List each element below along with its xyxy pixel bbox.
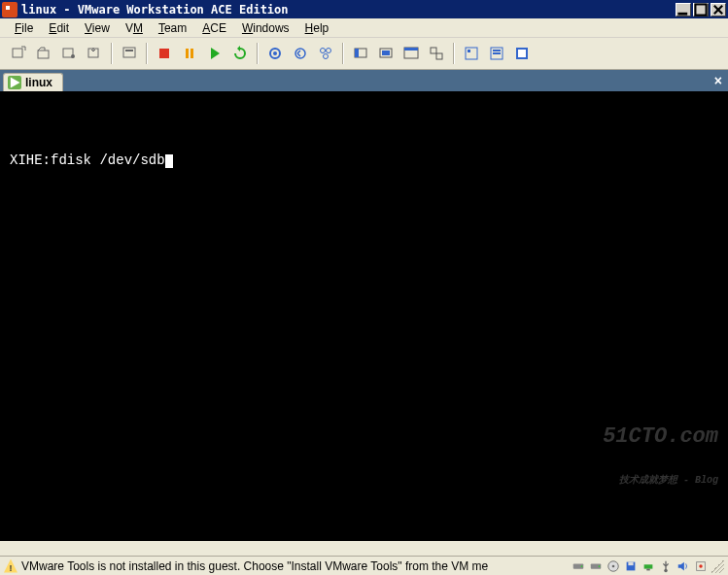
snapshot-manager-button[interactable] xyxy=(314,42,337,65)
svg-point-17 xyxy=(273,51,277,55)
svg-rect-10 xyxy=(125,50,133,51)
toolbar-separator xyxy=(342,43,344,64)
svg-rect-1 xyxy=(6,6,10,10)
statusbar: ! VMware Tools is not installed in this … xyxy=(0,556,728,575)
sound-icon[interactable] xyxy=(676,558,691,574)
svg-rect-27 xyxy=(404,48,418,51)
menu-edit[interactable]: Edit xyxy=(42,19,76,37)
device-tray xyxy=(571,558,724,574)
svg-point-18 xyxy=(295,49,305,58)
snapshot-button[interactable] xyxy=(263,42,287,65)
svg-point-21 xyxy=(324,54,329,59)
toolbar-separator xyxy=(146,43,148,64)
menu-windows[interactable]: Windows xyxy=(235,19,296,37)
svg-point-39 xyxy=(581,565,583,567)
vm-running-icon xyxy=(8,76,21,89)
tab-label: linux xyxy=(25,76,52,89)
appliance-view-button[interactable] xyxy=(485,42,508,65)
svg-rect-25 xyxy=(382,51,390,55)
svg-rect-47 xyxy=(646,568,650,570)
usb-icon[interactable] xyxy=(658,558,674,574)
hdd2-icon[interactable] xyxy=(588,558,604,574)
terminal-command: fdisk /dev/sdb xyxy=(51,152,165,168)
resize-grip[interactable] xyxy=(711,559,724,573)
svg-rect-9 xyxy=(123,48,135,57)
terminal-line: XIHE:fdisk /dev/sdb xyxy=(10,152,718,169)
menu-ace[interactable]: ACE xyxy=(195,19,233,37)
svg-marker-14 xyxy=(211,48,220,59)
guest-console[interactable]: XIHE:fdisk /dev/sdb 51CTO.com 技术成就梦想 - B… xyxy=(0,91,728,541)
svg-rect-33 xyxy=(493,50,501,51)
svg-rect-30 xyxy=(466,48,477,59)
svg-point-43 xyxy=(612,564,615,567)
menu-file[interactable]: File xyxy=(8,19,40,37)
svg-rect-13 xyxy=(191,49,193,58)
svg-rect-5 xyxy=(38,51,49,58)
maximize-button[interactable] xyxy=(693,3,709,17)
unity-button[interactable] xyxy=(425,42,448,65)
svg-point-41 xyxy=(599,565,601,567)
toolbar-separator xyxy=(453,43,455,64)
menubar: File Edit View VM Team ACE Windows Help xyxy=(0,18,728,38)
power-on-button[interactable] xyxy=(203,42,226,65)
show-console-button[interactable] xyxy=(349,42,372,65)
menu-help[interactable]: Help xyxy=(298,19,336,37)
vm-tab-strip: linux × xyxy=(0,70,728,91)
net-icon[interactable] xyxy=(641,558,656,574)
svg-point-48 xyxy=(664,568,668,572)
tab-close-button[interactable]: × xyxy=(714,73,722,88)
revert-button[interactable] xyxy=(289,42,312,65)
svg-rect-2 xyxy=(677,12,687,15)
terminal-prompt: XIHE: xyxy=(10,152,51,168)
quick-switch-button[interactable] xyxy=(374,42,398,65)
toolbar-separator xyxy=(111,43,113,64)
svg-point-51 xyxy=(699,564,703,568)
new-vm-icon[interactable] xyxy=(7,42,30,65)
svg-rect-46 xyxy=(644,564,653,568)
window-titlebar: linux - VMware Workstation ACE Edition xyxy=(0,0,728,18)
menu-view[interactable]: View xyxy=(78,19,117,37)
reset-button[interactable] xyxy=(228,42,252,65)
cd-icon[interactable] xyxy=(606,558,621,574)
svg-marker-37 xyxy=(11,77,20,87)
svg-rect-23 xyxy=(355,49,359,57)
tools-icon[interactable] xyxy=(693,558,709,574)
status-message: VMware Tools is not installed in this gu… xyxy=(21,559,567,573)
floppy-icon[interactable] xyxy=(623,558,639,574)
app-icon xyxy=(2,2,17,17)
power-off-button[interactable] xyxy=(153,42,176,65)
hdd-icon[interactable] xyxy=(571,558,586,574)
summary-view-button[interactable] xyxy=(460,42,483,65)
menu-vm[interactable]: VM xyxy=(119,19,150,37)
full-screen-button[interactable] xyxy=(399,42,423,65)
svg-rect-34 xyxy=(493,52,501,54)
svg-rect-4 xyxy=(13,49,22,57)
toolbar xyxy=(0,38,728,70)
console-view-button[interactable] xyxy=(510,42,534,65)
close-button[interactable] xyxy=(711,3,726,17)
svg-rect-29 xyxy=(436,53,442,59)
svg-rect-28 xyxy=(431,48,436,53)
svg-rect-11 xyxy=(159,49,169,58)
acquire-icon[interactable] xyxy=(83,42,106,65)
minimize-button[interactable] xyxy=(676,3,691,17)
inventory-icon[interactable] xyxy=(118,42,141,65)
suspend-button[interactable] xyxy=(178,42,201,65)
svg-point-20 xyxy=(327,49,331,53)
svg-point-19 xyxy=(321,49,326,53)
svg-rect-31 xyxy=(468,50,470,52)
vm-tab-linux[interactable]: linux xyxy=(3,73,63,91)
window-title: linux - VMware Workstation ACE Edition xyxy=(21,3,676,17)
terminal-cursor xyxy=(165,154,173,168)
svg-rect-45 xyxy=(628,561,633,565)
svg-point-7 xyxy=(71,54,75,58)
connect-icon[interactable] xyxy=(57,42,81,65)
watermark: 51CTO.com 技术成就梦想 - Blog xyxy=(551,400,718,535)
svg-marker-15 xyxy=(237,46,240,51)
menu-team[interactable]: Team xyxy=(152,19,193,37)
window-controls xyxy=(676,3,726,17)
svg-marker-49 xyxy=(678,561,684,570)
warning-icon: ! xyxy=(4,559,17,573)
svg-rect-3 xyxy=(695,4,706,15)
open-vm-icon[interactable] xyxy=(32,42,55,65)
